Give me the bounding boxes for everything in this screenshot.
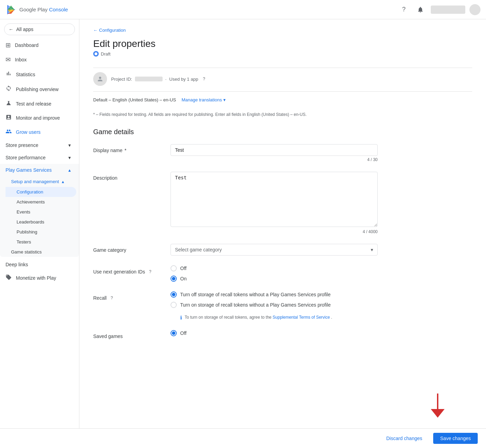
recall-on-option[interactable]: Turn on storage of recall tokens without…	[171, 302, 378, 308]
sidebar-item-play-games-services[interactable]: Play Games Services ▴	[0, 164, 76, 176]
sidebar-item-achievements[interactable]: Achievements	[6, 197, 76, 207]
dashboard-icon: ⊞	[6, 41, 11, 49]
manage-translations-button[interactable]: Manage translations ▾	[179, 96, 229, 104]
project-avatar	[93, 72, 107, 86]
description-char-count: 4 / 4000	[171, 229, 378, 234]
setup-management-header[interactable]: Setup and management ▴	[6, 176, 79, 187]
back-arrow-icon: ←	[9, 27, 13, 32]
next-gen-ids-off-radio[interactable]	[171, 265, 177, 271]
page-title: Edit properties	[93, 38, 472, 49]
all-apps-button[interactable]: ← All apps	[4, 23, 75, 35]
footer-bar: Discard changes Save changes	[0, 428, 486, 448]
sidebar-item-statistics[interactable]: Statistics	[0, 67, 76, 82]
game-category-dropdown[interactable]: Select game category ▾	[171, 244, 378, 256]
recall-off-option[interactable]: Turn off storage of recall tokens withou…	[171, 291, 378, 298]
info-icon: ℹ	[180, 315, 182, 320]
google-play-logo-icon	[6, 4, 17, 15]
sidebar-item-inbox[interactable]: ✉ Inbox	[0, 52, 76, 67]
inbox-icon: ✉	[6, 56, 11, 63]
sidebar-item-deep-links[interactable]: Deep links	[0, 258, 76, 271]
notifications-button[interactable]	[414, 3, 427, 16]
sidebar-item-label: Statistics	[16, 72, 35, 77]
app-body: ← All apps ⊞ Dashboard ✉ Inbox Statistic…	[0, 19, 486, 428]
header-left: Google Play Console	[6, 4, 68, 15]
help-button[interactable]: ?	[398, 3, 410, 16]
next-gen-ids-off-option[interactable]: Off	[171, 265, 378, 271]
recall-info: ℹ To turn on storage of recall tokens, a…	[171, 315, 378, 320]
sidebar-item-test-and-release[interactable]: Test and release	[0, 97, 76, 111]
game-category-label: Game category	[93, 244, 162, 253]
info-text-content: * – Fields required for testing. All fie…	[93, 112, 307, 117]
sidebar-item-label: Achievements	[17, 199, 45, 205]
dropdown-chevron-icon: ▾	[371, 247, 373, 252]
language-label: Default – English (United States) – en-U…	[93, 97, 176, 102]
sidebar-item-publishing[interactable]: Publishing	[6, 227, 76, 237]
save-changes-button[interactable]: Save changes	[433, 433, 478, 444]
saved-games-field: Off	[171, 330, 378, 336]
sidebar-item-leaderboards[interactable]: Leaderboards	[6, 217, 76, 227]
discard-changes-button[interactable]: Discard changes	[379, 433, 429, 444]
sidebar-item-label: Publishing	[17, 229, 37, 235]
recall-help-button[interactable]: ?	[109, 295, 115, 301]
sidebar-item-publishing-overview[interactable]: Publishing overview	[0, 82, 76, 97]
test-and-release-icon	[6, 100, 12, 107]
project-help-button[interactable]: ?	[201, 76, 207, 82]
sidebar-item-monetize-with-play[interactable]: Monetize with Play	[0, 271, 76, 285]
recall-radio-group: Turn off storage of recall tokens withou…	[171, 291, 378, 320]
game-details-title: Game details	[93, 128, 472, 136]
next-gen-ids-field: Off On	[171, 265, 378, 282]
recall-off-label: Turn off storage of recall tokens withou…	[180, 292, 331, 297]
next-gen-ids-on-option[interactable]: On	[171, 276, 378, 282]
description-row: Description Test 4 / 4000	[93, 172, 472, 234]
saved-games-label: Saved games	[93, 330, 162, 339]
sidebar-item-grow-users[interactable]: Grow users	[0, 125, 76, 139]
sidebar-item-dashboard[interactable]: ⊞ Dashboard	[0, 38, 76, 52]
recall-on-radio[interactable]	[171, 302, 177, 308]
sidebar-item-label: Game statistics	[11, 249, 42, 255]
display-name-label: Display name *	[93, 144, 162, 153]
project-details: Project ID: · Used by 1 app ?	[111, 76, 207, 82]
sidebar-item-label: Dashboard	[15, 42, 39, 48]
sidebar-item-label: Play Games Services	[6, 167, 52, 173]
saved-games-off-radio[interactable]	[171, 330, 177, 336]
display-name-input[interactable]	[171, 144, 378, 156]
sidebar-item-label: Deep links	[6, 262, 28, 267]
sidebar-item-label: Publishing overview	[16, 87, 59, 92]
sidebar-item-game-statistics[interactable]: Game statistics	[6, 247, 76, 257]
description-input[interactable]: Test	[171, 172, 378, 227]
sidebar-item-store-performance[interactable]: Store performance ▾	[0, 151, 76, 164]
sidebar-item-events[interactable]: Events	[6, 207, 76, 217]
info-text: * – Fields required for testing. All fie…	[93, 109, 472, 120]
project-info: Project ID: · Used by 1 app ?	[93, 72, 472, 86]
recall-on-label: Turn on storage of recall tokens without…	[180, 302, 331, 308]
saved-games-off-label: Off	[180, 330, 186, 336]
sidebar-item-monitor-and-improve[interactable]: Monitor and improve	[0, 111, 76, 125]
project-id-value	[135, 77, 163, 81]
sidebar-item-label: Configuration	[17, 189, 43, 195]
chevron-up-small-icon: ▴	[62, 179, 64, 184]
saved-games-row: Saved games Off	[93, 330, 472, 339]
grow-users-icon	[6, 128, 12, 136]
used-by-label: Used by 1 app	[169, 77, 198, 82]
next-gen-ids-help-button[interactable]: ?	[147, 269, 153, 275]
used-by-separator: ·	[165, 77, 167, 82]
saved-games-off-option[interactable]: Off	[171, 330, 378, 336]
next-gen-ids-on-radio[interactable]	[171, 276, 177, 282]
user-avatar[interactable]	[469, 4, 480, 15]
publishing-overview-icon	[6, 85, 12, 93]
recall-off-radio[interactable]	[171, 291, 177, 298]
next-gen-ids-on-label: On	[180, 276, 187, 281]
manage-translations-label: Manage translations	[182, 97, 222, 102]
sidebar-item-label: Monitor and improve	[16, 115, 60, 121]
back-to-configuration[interactable]: ← Configuration	[93, 28, 472, 33]
monetize-icon	[6, 274, 12, 281]
play-games-sub-section: Setup and management ▴ Configuration Ach…	[0, 176, 79, 257]
chevron-up-icon: ▴	[68, 167, 71, 173]
supplemental-terms-link[interactable]: Supplemental Terms of Service	[273, 315, 330, 320]
back-arrow-icon: ←	[93, 28, 98, 33]
chevron-down-icon: ▾	[68, 142, 71, 148]
project-id-label: Project ID:	[111, 77, 132, 82]
sidebar-item-configuration[interactable]: Configuration	[6, 187, 76, 197]
sidebar-item-testers[interactable]: Testers	[6, 237, 76, 247]
sidebar-item-store-presence[interactable]: Store presence ▾	[0, 139, 76, 151]
